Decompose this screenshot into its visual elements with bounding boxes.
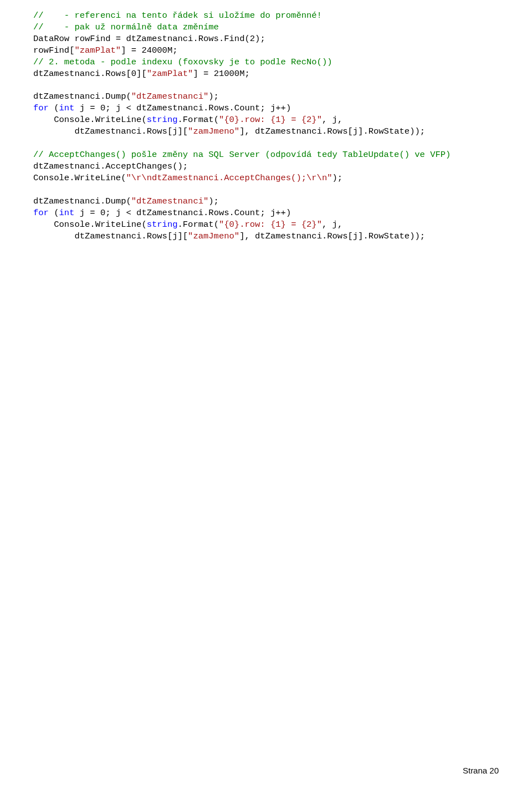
code-text: Rows [208, 208, 229, 218]
code-text: Count [234, 208, 260, 218]
code-string: "zamPlat" [74, 45, 121, 55]
code-number: 0 [131, 69, 136, 79]
code-text: Rows [105, 69, 126, 79]
code-text: AcceptChanges [105, 161, 172, 171]
code-text: Format [183, 115, 214, 125]
code-text: DataRow [33, 34, 69, 44]
code-text: dtZamestnanci [74, 126, 141, 136]
code-text: dtZamestnanci [33, 69, 100, 79]
code-block: // - referenci na tento řádek si uložíme… [33, 10, 499, 242]
code-text: dtZamestnanci [136, 208, 203, 218]
code-text: dtZamestnanci [74, 231, 141, 241]
code-number: 21000M [214, 69, 245, 79]
code-text: Rows [327, 126, 347, 136]
code-text: Rows [208, 103, 229, 113]
code-text: Dump [105, 91, 126, 101]
code-text: j [353, 231, 358, 241]
code-string: "zamJmeno" [188, 231, 239, 241]
code-text: j [270, 103, 275, 113]
code-text: j [332, 115, 337, 125]
code-text: Console [54, 115, 90, 125]
code-text: dtZamestnanci [33, 196, 100, 206]
code-text: dtZamestnanci [33, 91, 100, 101]
code-number: 2 [250, 34, 255, 44]
code-text: Find [224, 34, 244, 44]
code-text: WriteLine [95, 115, 142, 125]
code-text: WriteLine [95, 220, 142, 230]
code-text: Console [33, 173, 69, 183]
code-text: j [116, 208, 121, 218]
code-text: RowState [369, 126, 410, 136]
code-text: WriteLine [74, 173, 121, 183]
code-text: Rows [147, 126, 167, 136]
comment-line: // 2. metoda - podle indexu (foxovsky je… [33, 57, 332, 67]
code-text: rowFind [74, 34, 110, 44]
code-text: dtZamestnanci [136, 103, 203, 113]
comment-line: // - pak už normálně data změníme [33, 22, 219, 32]
code-string: "zamPlat" [147, 69, 193, 79]
code-text: RowState [369, 231, 410, 241]
code-text: j [116, 103, 121, 113]
code-text: j [353, 126, 358, 136]
comment-line: // AcceptChanges() pošle změny na SQL Se… [33, 150, 451, 160]
code-string: "zamJmeno" [188, 126, 239, 136]
code-keyword: for [33, 208, 49, 218]
code-number: 0 [100, 103, 105, 113]
code-text: Rows [327, 231, 347, 241]
code-keyword: int [59, 103, 75, 113]
code-number: 24000M [141, 45, 172, 55]
code-text: Count [234, 103, 260, 113]
code-number: 0 [100, 208, 105, 218]
code-text: Rows [198, 34, 219, 44]
code-text: j [80, 208, 85, 218]
code-string: "{0}.row: {1} = {2}" [219, 220, 322, 230]
code-text: Dump [105, 196, 126, 206]
code-string: "{0}.row: {1} = {2}" [219, 115, 322, 125]
code-string: "dtZamestnanci" [131, 196, 209, 206]
code-keyword: string [147, 220, 178, 230]
code-text: Console [54, 220, 90, 230]
code-text: rowFind [33, 45, 69, 55]
code-string: "\r\ndtZamestnanci.AcceptChanges();\r\n" [126, 173, 332, 183]
code-string: "dtZamestnanci" [131, 91, 209, 101]
code-text: Format [183, 220, 214, 230]
code-text: Rows [147, 231, 167, 241]
code-keyword: int [59, 208, 75, 218]
comment-line: // - referenci na tento řádek si uložíme… [33, 11, 322, 21]
code-text: dtZamestnanci [33, 161, 100, 171]
code-text: dtZamestnanci [255, 231, 322, 241]
code-keyword: string [147, 115, 178, 125]
code-text: dtZamestnanci [255, 126, 322, 136]
code-text: j [270, 208, 275, 218]
code-text: j [80, 103, 85, 113]
code-text: j [172, 231, 177, 241]
code-text: j [332, 220, 337, 230]
code-text: dtZamestnanci [126, 34, 193, 44]
code-text: j [172, 126, 177, 136]
page-footer: Strana 20 [463, 765, 499, 776]
code-keyword: for [33, 103, 49, 113]
